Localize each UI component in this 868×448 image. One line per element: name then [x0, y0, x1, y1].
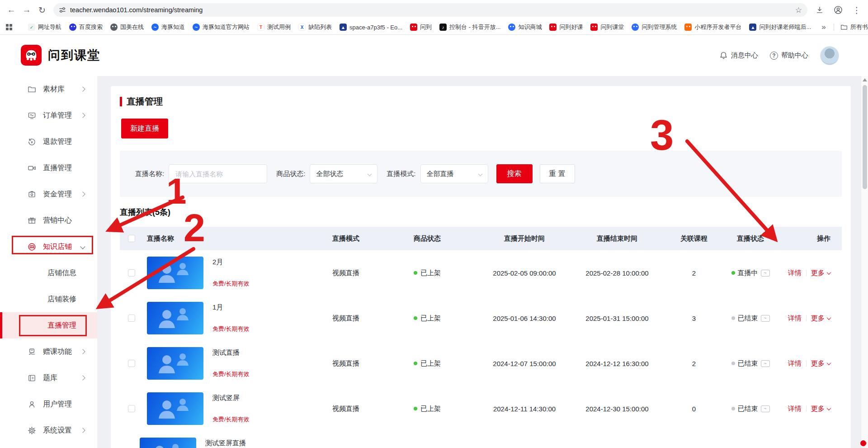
bookmark-item[interactable]: 百度搜索 — [69, 23, 103, 31]
bookmark-item[interactable]: 小程序开发者平台 — [684, 23, 741, 31]
bookmark-item[interactable]: ~海豚知道 — [151, 23, 185, 31]
live-mode-select[interactable]: 全部直播 — [420, 164, 488, 183]
favicon-space: ▲ — [340, 24, 347, 31]
sidebar-item-order-management[interactable]: 订单管理 — [0, 102, 97, 129]
end-time: 2024-12-30 15:00:00 — [570, 405, 665, 413]
live-cover-thumbnail — [147, 392, 203, 425]
help-center-link[interactable]: ? 帮助中心 — [770, 51, 808, 60]
new-live-button[interactable]: 新建直播 — [121, 119, 168, 138]
question-icon: ? — [770, 52, 778, 60]
live-name: 测试竖屏 — [212, 394, 250, 402]
bookmarks-overflow-chevron[interactable]: » — [821, 23, 826, 32]
row-checkbox[interactable] — [128, 360, 135, 367]
bookmark-item[interactable]: 问到管理系统 — [632, 23, 677, 31]
bookmark-item[interactable]: 问到好课 — [549, 23, 583, 31]
search-button[interactable]: 搜索 — [496, 164, 533, 183]
live-status-dot — [731, 316, 735, 320]
sidebar-item-gift-course[interactable]: 赠课功能 — [0, 338, 97, 365]
favicon-miniprogram — [684, 24, 692, 31]
bookmark-item[interactable]: T测试用例 — [257, 23, 291, 31]
chevron-down-icon — [827, 315, 831, 320]
bookmark-item[interactable]: ▲问到好课老师端后... — [749, 23, 811, 31]
more-link[interactable]: 更多 — [811, 314, 825, 323]
detail-link[interactable]: 详情 — [788, 314, 802, 323]
detail-link[interactable]: 详情 — [788, 405, 802, 413]
brand[interactable]: 问到课堂 — [21, 45, 100, 66]
all-bookmarks-button[interactable]: 所有书签 — [840, 23, 868, 31]
bookmark-star-icon[interactable]: ☆ — [795, 5, 802, 15]
more-link[interactable]: 更多 — [811, 269, 825, 277]
download-icon[interactable] — [814, 2, 826, 18]
live-name: 1月 — [212, 303, 250, 312]
bookmark-item[interactable]: ♪控制台 - 抖音开放... — [439, 23, 500, 31]
notebook-icon — [27, 373, 36, 382]
product-status-select[interactable]: 全部状态 — [310, 164, 377, 183]
divider — [806, 270, 807, 276]
message-center-link[interactable]: 消息中心 — [719, 51, 758, 60]
table-row: 测试竖屏直播 ~ — [120, 431, 842, 448]
user-icon — [27, 400, 36, 409]
sidebar-item-question-bank[interactable]: 题库 — [0, 365, 97, 391]
sidebar-item-user-management[interactable]: 用户管理 — [0, 391, 97, 417]
more-link[interactable]: 更多 — [811, 405, 825, 413]
row-checkbox[interactable] — [128, 405, 135, 412]
sidebar-item-marketing-center[interactable]: 营销中心 — [0, 207, 97, 234]
live-status-dot — [731, 407, 735, 410]
reset-button[interactable]: 重 置 — [540, 164, 575, 183]
page-scrollbar[interactable] — [861, 76, 868, 448]
bookmark-item[interactable]: 问到 — [410, 23, 432, 31]
bookmark-item[interactable]: X缺陷列表 — [298, 23, 332, 31]
app-header: 问到课堂 消息中心 ? 帮助中心 — [0, 35, 868, 76]
sidebar-item-system-settings[interactable]: 系统设置 — [0, 417, 97, 443]
sidebar-item-funds-management[interactable]: 资金管理 — [0, 181, 97, 207]
sidebar-item-knowledge-shop[interactable]: 知识店铺 — [0, 234, 97, 260]
sidebar-subitem-shop-decoration[interactable]: 店铺装修 — [0, 286, 97, 312]
back-icon[interactable]: ← — [4, 2, 19, 18]
live-mode: 视频直播 — [316, 359, 375, 368]
favicon-wendao-ketang — [590, 24, 598, 31]
bookmark-item[interactable]: ~海豚知道官方网站 — [193, 23, 250, 31]
favicon-teacher-backend: ▲ — [749, 24, 756, 31]
floating-notification-dot[interactable] — [860, 440, 866, 446]
detail-link[interactable]: 详情 — [788, 359, 802, 368]
favicon-dolphin-1: ~ — [151, 24, 159, 31]
profile-icon[interactable] — [832, 2, 844, 18]
table-header-row: 直播名称 直播模式 商品状态 直播开始时间 直播结束时间 关联课程 直播状态 操… — [120, 227, 842, 250]
favicon-nav: ✓ — [28, 24, 35, 31]
reload-icon[interactable]: ↻ — [34, 2, 50, 18]
row-checkbox[interactable] — [128, 315, 135, 322]
scrollbar-thumb[interactable] — [863, 85, 867, 189]
live-status: 已结束 — [738, 359, 758, 368]
content-card: 直播管理 新建直播 直播名称: 商品状态: 全部状态 直播模式: 全部直播 搜索… — [111, 86, 851, 448]
user-avatar[interactable] — [820, 46, 839, 65]
sidebar-item-refund-management[interactable]: ¥ 退款管理 — [0, 129, 97, 155]
sidebar-subitem-shop-info[interactable]: 店铺信息 — [0, 260, 97, 286]
sidebar-item-live-management[interactable]: 直播管理 — [0, 155, 97, 181]
bookmark-item[interactable]: 问到课堂 — [590, 23, 624, 31]
select-all-checkbox[interactable] — [128, 235, 135, 242]
sidebar-subitem-live-management[interactable]: 直播管理 — [0, 312, 97, 338]
site-settings-icon[interactable] — [59, 6, 66, 14]
more-link[interactable]: 更多 — [811, 359, 825, 368]
refund-icon: ¥ — [27, 137, 36, 146]
address-bar[interactable]: teacher.wendao101.com/streaming/streamin… — [53, 3, 807, 17]
detail-link[interactable]: 详情 — [788, 269, 802, 277]
row-checkbox[interactable] — [128, 269, 135, 276]
product-status: 已上架 — [420, 314, 441, 323]
bookmark-item[interactable]: ✓网址导航 — [28, 23, 61, 31]
live-mode: 视频直播 — [316, 314, 375, 323]
bell-icon — [719, 51, 728, 60]
bookmark-item[interactable]: ▲space-a7p3f5 - Eo... — [340, 24, 402, 31]
bookmark-item[interactable]: 知识商城 — [508, 23, 542, 31]
live-name-input[interactable] — [169, 164, 267, 183]
apps-grid-icon[interactable] — [5, 24, 13, 31]
live-name-label: 直播名称: — [135, 170, 164, 178]
forward-icon[interactable]: → — [19, 2, 34, 18]
live-cover-thumbnail — [140, 438, 196, 448]
menu-dots-icon[interactable]: ⋮ — [851, 2, 863, 18]
favicon-dolphin-2: ~ — [193, 24, 200, 31]
sidebar-item-material-library[interactable]: 素材库 — [0, 76, 97, 102]
scroll-up-arrow[interactable] — [863, 78, 867, 81]
bookmark-item[interactable]: 国美在线 — [110, 23, 144, 31]
table-row: 1月免费/长期有效 视频直播 已上架 2025-01-06 14:30:00 2… — [120, 295, 842, 341]
